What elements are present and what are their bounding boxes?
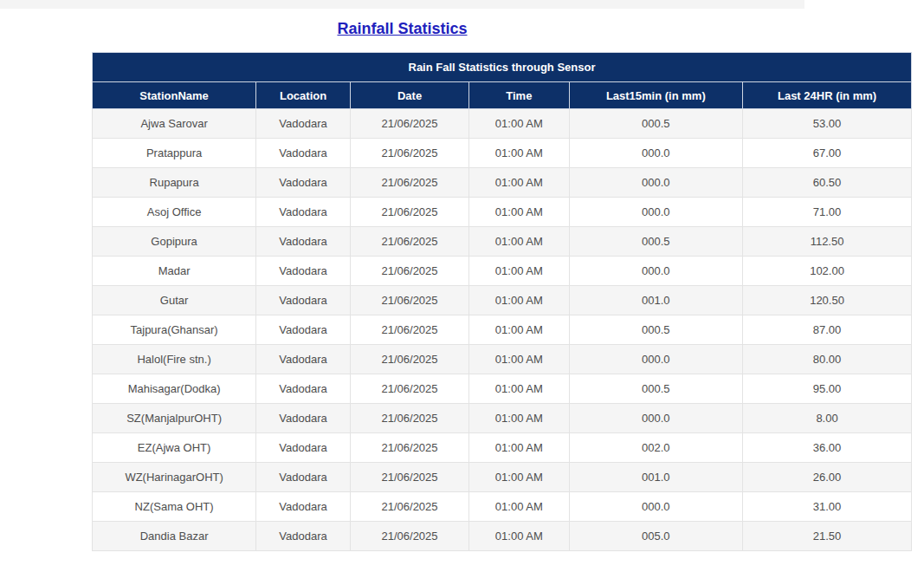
table-row: Mahisagar(Dodka)Vadodara21/06/202501:00 …	[93, 374, 912, 404]
cell-station: SZ(ManjalpurOHT)	[93, 404, 256, 433]
cell-location: Vadodara	[256, 286, 351, 315]
cell-location: Vadodara	[256, 257, 351, 286]
cell-last15min: 001.0	[569, 463, 743, 492]
table-row: RupapuraVadodara21/06/202501:00 AM000.06…	[93, 168, 912, 198]
table-row: Tajpura(Ghansar)Vadodara21/06/202501:00 …	[93, 315, 912, 345]
cell-time: 01:00 AM	[469, 257, 569, 286]
cell-time: 01:00 AM	[469, 227, 569, 257]
cell-date: 21/06/2025	[350, 433, 468, 463]
cell-last15min: 000.0	[569, 168, 743, 198]
cell-last15min: 000.5	[569, 109, 743, 139]
table-row: WZ(HarinagarOHT)Vadodara21/06/202501:00 …	[93, 463, 912, 492]
cell-location: Vadodara	[256, 315, 351, 345]
cell-station: Mahisagar(Dodka)	[93, 374, 256, 404]
cell-time: 01:00 AM	[469, 345, 569, 374]
cell-time: 01:00 AM	[469, 286, 569, 315]
cell-station: Gutar	[93, 286, 256, 315]
table-row: SZ(ManjalpurOHT)Vadodara21/06/202501:00 …	[93, 404, 912, 433]
rainfall-table-container: Rain Fall Statistics through Sensor Stat…	[92, 52, 912, 551]
table-row: GutarVadodara21/06/202501:00 AM001.0120.…	[93, 286, 912, 315]
cell-last24hr: 71.00	[743, 198, 912, 227]
cell-time: 01:00 AM	[469, 492, 569, 522]
cell-location: Vadodara	[256, 463, 351, 492]
cell-time: 01:00 AM	[469, 433, 569, 463]
table-row: Ajwa SarovarVadodara21/06/202501:00 AM00…	[93, 109, 912, 139]
cell-time: 01:00 AM	[469, 139, 569, 168]
cell-date: 21/06/2025	[350, 492, 468, 522]
table-row: NZ(Sama OHT)Vadodara21/06/202501:00 AM00…	[93, 492, 912, 522]
cell-station: Gopipura	[93, 227, 256, 257]
cell-last15min: 000.5	[569, 227, 743, 257]
cell-date: 21/06/2025	[350, 463, 468, 492]
cell-time: 01:00 AM	[469, 198, 569, 227]
column-header-time: Time	[469, 82, 569, 109]
cell-last24hr: 120.50	[743, 286, 912, 315]
cell-station: Ajwa Sarovar	[93, 109, 256, 139]
cell-location: Vadodara	[256, 492, 351, 522]
cell-last24hr: 53.00	[743, 109, 912, 139]
cell-last15min: 000.0	[569, 404, 743, 433]
rainfall-table: Rain Fall Statistics through Sensor Stat…	[92, 52, 912, 551]
cell-date: 21/06/2025	[350, 198, 468, 227]
cell-last15min: 001.0	[569, 286, 743, 315]
cell-time: 01:00 AM	[469, 404, 569, 433]
cell-date: 21/06/2025	[350, 345, 468, 374]
column-header-last24hr: Last 24HR (in mm)	[743, 82, 912, 109]
cell-last24hr: 80.00	[743, 345, 912, 374]
cell-location: Vadodara	[256, 374, 351, 404]
cell-station: Halol(Fire stn.)	[93, 345, 256, 374]
cell-station: WZ(HarinagarOHT)	[93, 463, 256, 492]
cell-date: 21/06/2025	[350, 139, 468, 168]
cell-time: 01:00 AM	[469, 463, 569, 492]
cell-last24hr: 31.00	[743, 492, 912, 522]
cell-station: NZ(Sama OHT)	[93, 492, 256, 522]
column-header-last15min: Last15min (in mm)	[569, 82, 743, 109]
cell-station: Madar	[93, 257, 256, 286]
table-row: MadarVadodara21/06/202501:00 AM000.0102.…	[93, 257, 912, 286]
cell-last15min: 000.0	[569, 345, 743, 374]
column-header-stationname: StationName	[93, 82, 256, 109]
cell-time: 01:00 AM	[469, 168, 569, 198]
cell-date: 21/06/2025	[350, 374, 468, 404]
cell-date: 21/06/2025	[350, 286, 468, 315]
cell-date: 21/06/2025	[350, 522, 468, 551]
cell-station: Pratappura	[93, 139, 256, 168]
cell-location: Vadodara	[256, 404, 351, 433]
page-title-container: Rainfall Statistics	[0, 20, 804, 38]
cell-location: Vadodara	[256, 139, 351, 168]
cell-station: Tajpura(Ghansar)	[93, 315, 256, 345]
cell-station: Asoj Office	[93, 198, 256, 227]
cell-last24hr: 87.00	[743, 315, 912, 345]
table-row: PratappuraVadodara21/06/202501:00 AM000.…	[93, 139, 912, 168]
cell-date: 21/06/2025	[350, 109, 468, 139]
cell-last24hr: 102.00	[743, 257, 912, 286]
cell-time: 01:00 AM	[469, 315, 569, 345]
cell-last24hr: 112.50	[743, 227, 912, 257]
cell-last24hr: 60.50	[743, 168, 912, 198]
cell-last15min: 000.0	[569, 492, 743, 522]
cell-last24hr: 21.50	[743, 522, 912, 551]
table-row: Asoj OfficeVadodara21/06/202501:00 AM000…	[93, 198, 912, 227]
cell-date: 21/06/2025	[350, 404, 468, 433]
cell-last15min: 000.0	[569, 139, 743, 168]
rainfall-statistics-link[interactable]: Rainfall Statistics	[337, 20, 467, 37]
cell-last15min: 000.5	[569, 315, 743, 345]
cell-station: Rupapura	[93, 168, 256, 198]
table-caption-row: Rain Fall Statistics through Sensor	[93, 53, 912, 82]
table-header-row: StationName Location Date Time Last15min…	[93, 82, 912, 109]
cell-station: EZ(Ajwa OHT)	[93, 433, 256, 463]
cell-date: 21/06/2025	[350, 257, 468, 286]
table-row: EZ(Ajwa OHT)Vadodara21/06/202501:00 AM00…	[93, 433, 912, 463]
cell-date: 21/06/2025	[350, 227, 468, 257]
table-row: Halol(Fire stn.)Vadodara21/06/202501:00 …	[93, 345, 912, 374]
cell-last15min: 002.0	[569, 433, 743, 463]
cell-last24hr: 95.00	[743, 374, 912, 404]
cell-location: Vadodara	[256, 198, 351, 227]
top-strip	[0, 0, 804, 9]
cell-date: 21/06/2025	[350, 315, 468, 345]
cell-last15min: 005.0	[569, 522, 743, 551]
cell-location: Vadodara	[256, 109, 351, 139]
cell-location: Vadodara	[256, 168, 351, 198]
cell-location: Vadodara	[256, 345, 351, 374]
cell-location: Vadodara	[256, 433, 351, 463]
